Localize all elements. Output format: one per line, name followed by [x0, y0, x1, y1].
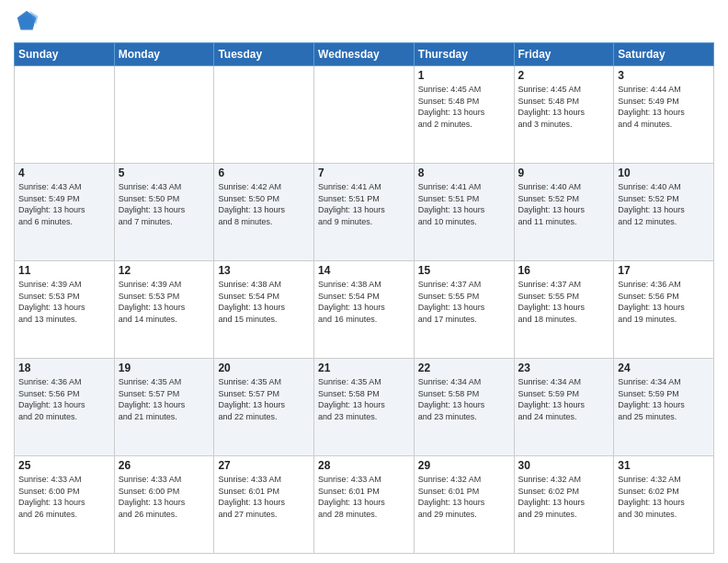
- calendar-cell: 24Sunrise: 4:34 AM Sunset: 5:59 PM Dayli…: [614, 359, 714, 456]
- calendar-cell: 15Sunrise: 4:37 AM Sunset: 5:55 PM Dayli…: [414, 261, 514, 359]
- day-number: 19: [119, 362, 210, 374]
- day-info: Sunrise: 4:32 AM Sunset: 6:02 PM Dayligh…: [618, 474, 710, 520]
- day-info: Sunrise: 4:39 AM Sunset: 5:53 PM Dayligh…: [119, 279, 210, 325]
- calendar-cell: 18Sunrise: 4:36 AM Sunset: 5:56 PM Dayli…: [15, 359, 115, 456]
- day-info: Sunrise: 4:35 AM Sunset: 5:57 PM Dayligh…: [119, 376, 210, 422]
- calendar-cell: 22Sunrise: 4:34 AM Sunset: 5:58 PM Dayli…: [414, 359, 514, 456]
- day-info: Sunrise: 4:33 AM Sunset: 6:00 PM Dayligh…: [119, 474, 210, 520]
- day-info: Sunrise: 4:34 AM Sunset: 5:58 PM Dayligh…: [418, 376, 510, 422]
- calendar-cell: 29Sunrise: 4:32 AM Sunset: 6:01 PM Dayli…: [414, 456, 514, 554]
- day-info: Sunrise: 4:38 AM Sunset: 5:54 PM Dayligh…: [218, 279, 310, 325]
- day-number: 16: [518, 264, 610, 277]
- day-info: Sunrise: 4:33 AM Sunset: 6:01 PM Dayligh…: [318, 474, 410, 520]
- calendar-cell: 13Sunrise: 4:38 AM Sunset: 5:54 PM Dayli…: [214, 261, 314, 359]
- calendar-cell: 2Sunrise: 4:45 AM Sunset: 5:48 PM Daylig…: [514, 66, 614, 164]
- day-number: 26: [119, 459, 210, 472]
- header-day-wednesday: Wednesday: [314, 43, 415, 66]
- header-day-saturday: Saturday: [614, 43, 714, 66]
- calendar-cell: 6Sunrise: 4:42 AM Sunset: 5:50 PM Daylig…: [214, 164, 314, 261]
- calendar-cell: 28Sunrise: 4:33 AM Sunset: 6:01 PM Dayli…: [314, 456, 415, 554]
- header-day-friday: Friday: [514, 43, 614, 66]
- calendar-cell: 16Sunrise: 4:37 AM Sunset: 5:55 PM Dayli…: [514, 261, 614, 359]
- logo-icon: [14, 9, 40, 35]
- day-number: 27: [218, 459, 310, 472]
- calendar-cell: 31Sunrise: 4:32 AM Sunset: 6:02 PM Dayli…: [614, 456, 714, 554]
- calendar-cell: 21Sunrise: 4:35 AM Sunset: 5:58 PM Dayli…: [314, 359, 415, 456]
- calendar-cell: [314, 66, 415, 164]
- page: SundayMondayTuesdayWednesdayThursdayFrid…: [0, 0, 728, 563]
- day-number: 4: [18, 167, 110, 179]
- header-row: SundayMondayTuesdayWednesdayThursdayFrid…: [15, 43, 714, 66]
- calendar-cell: 25Sunrise: 4:33 AM Sunset: 6:00 PM Dayli…: [15, 456, 115, 554]
- day-info: Sunrise: 4:45 AM Sunset: 5:48 PM Dayligh…: [418, 84, 510, 130]
- calendar-cell: 9Sunrise: 4:40 AM Sunset: 5:52 PM Daylig…: [514, 164, 614, 261]
- day-info: Sunrise: 4:44 AM Sunset: 5:49 PM Dayligh…: [618, 84, 710, 130]
- logo: [14, 9, 43, 35]
- day-info: Sunrise: 4:36 AM Sunset: 5:56 PM Dayligh…: [18, 376, 110, 422]
- day-number: 8: [418, 167, 510, 179]
- calendar-cell: 26Sunrise: 4:33 AM Sunset: 6:00 PM Dayli…: [114, 456, 214, 554]
- day-number: 10: [618, 167, 710, 179]
- day-number: 12: [119, 264, 210, 277]
- day-info: Sunrise: 4:42 AM Sunset: 5:50 PM Dayligh…: [218, 181, 310, 227]
- header-day-thursday: Thursday: [414, 43, 514, 66]
- calendar-cell: 4Sunrise: 4:43 AM Sunset: 5:49 PM Daylig…: [15, 164, 115, 261]
- day-number: 29: [418, 459, 510, 472]
- header-day-tuesday: Tuesday: [214, 43, 314, 66]
- calendar-cell: 5Sunrise: 4:43 AM Sunset: 5:50 PM Daylig…: [114, 164, 214, 261]
- calendar-cell: 12Sunrise: 4:39 AM Sunset: 5:53 PM Dayli…: [114, 261, 214, 359]
- day-number: 24: [618, 362, 710, 374]
- calendar-cell: [214, 66, 314, 164]
- week-row-1: 4Sunrise: 4:43 AM Sunset: 5:49 PM Daylig…: [15, 164, 714, 261]
- day-info: Sunrise: 4:32 AM Sunset: 6:02 PM Dayligh…: [518, 474, 610, 520]
- day-number: 25: [18, 459, 110, 472]
- day-info: Sunrise: 4:33 AM Sunset: 6:00 PM Dayligh…: [18, 474, 110, 520]
- calendar-cell: 17Sunrise: 4:36 AM Sunset: 5:56 PM Dayli…: [614, 261, 714, 359]
- calendar-cell: 14Sunrise: 4:38 AM Sunset: 5:54 PM Dayli…: [314, 261, 415, 359]
- calendar-cell: 27Sunrise: 4:33 AM Sunset: 6:01 PM Dayli…: [214, 456, 314, 554]
- day-info: Sunrise: 4:40 AM Sunset: 5:52 PM Dayligh…: [618, 181, 710, 227]
- day-number: 1: [418, 69, 510, 82]
- calendar-cell: 1Sunrise: 4:45 AM Sunset: 5:48 PM Daylig…: [414, 66, 514, 164]
- header-day-sunday: Sunday: [15, 43, 115, 66]
- day-info: Sunrise: 4:33 AM Sunset: 6:01 PM Dayligh…: [218, 474, 310, 520]
- day-info: Sunrise: 4:41 AM Sunset: 5:51 PM Dayligh…: [418, 181, 510, 227]
- calendar-cell: 7Sunrise: 4:41 AM Sunset: 5:51 PM Daylig…: [314, 164, 415, 261]
- week-row-3: 18Sunrise: 4:36 AM Sunset: 5:56 PM Dayli…: [15, 359, 714, 456]
- day-number: 28: [318, 459, 410, 472]
- day-info: Sunrise: 4:43 AM Sunset: 5:49 PM Dayligh…: [18, 181, 110, 227]
- calendar-table: SundayMondayTuesdayWednesdayThursdayFrid…: [14, 42, 714, 554]
- calendar-header: SundayMondayTuesdayWednesdayThursdayFrid…: [15, 43, 714, 66]
- day-info: Sunrise: 4:34 AM Sunset: 5:59 PM Dayligh…: [518, 376, 610, 422]
- header-day-monday: Monday: [114, 43, 214, 66]
- day-number: 3: [618, 69, 710, 82]
- calendar-cell: 8Sunrise: 4:41 AM Sunset: 5:51 PM Daylig…: [414, 164, 514, 261]
- calendar-cell: [114, 66, 214, 164]
- day-number: 6: [218, 167, 310, 179]
- day-number: 15: [418, 264, 510, 277]
- day-info: Sunrise: 4:35 AM Sunset: 5:58 PM Dayligh…: [318, 376, 410, 422]
- day-number: 18: [18, 362, 110, 374]
- day-info: Sunrise: 4:45 AM Sunset: 5:48 PM Dayligh…: [518, 84, 610, 130]
- day-info: Sunrise: 4:39 AM Sunset: 5:53 PM Dayligh…: [18, 279, 110, 325]
- day-number: 17: [618, 264, 710, 277]
- day-number: 9: [518, 167, 610, 179]
- day-info: Sunrise: 4:41 AM Sunset: 5:51 PM Dayligh…: [318, 181, 410, 227]
- calendar-cell: 19Sunrise: 4:35 AM Sunset: 5:57 PM Dayli…: [114, 359, 214, 456]
- calendar-body: 1Sunrise: 4:45 AM Sunset: 5:48 PM Daylig…: [15, 66, 714, 554]
- day-number: 22: [418, 362, 510, 374]
- week-row-4: 25Sunrise: 4:33 AM Sunset: 6:00 PM Dayli…: [15, 456, 714, 554]
- calendar-cell: 3Sunrise: 4:44 AM Sunset: 5:49 PM Daylig…: [614, 66, 714, 164]
- day-info: Sunrise: 4:37 AM Sunset: 5:55 PM Dayligh…: [518, 279, 610, 325]
- day-info: Sunrise: 4:38 AM Sunset: 5:54 PM Dayligh…: [318, 279, 410, 325]
- day-info: Sunrise: 4:34 AM Sunset: 5:59 PM Dayligh…: [618, 376, 710, 422]
- calendar-cell: 30Sunrise: 4:32 AM Sunset: 6:02 PM Dayli…: [514, 456, 614, 554]
- day-number: 5: [119, 167, 210, 179]
- calendar-cell: 20Sunrise: 4:35 AM Sunset: 5:57 PM Dayli…: [214, 359, 314, 456]
- header: [14, 9, 714, 35]
- day-number: 11: [18, 264, 110, 277]
- calendar-cell: 11Sunrise: 4:39 AM Sunset: 5:53 PM Dayli…: [15, 261, 115, 359]
- day-number: 13: [218, 264, 310, 277]
- day-info: Sunrise: 4:36 AM Sunset: 5:56 PM Dayligh…: [618, 279, 710, 325]
- week-row-0: 1Sunrise: 4:45 AM Sunset: 5:48 PM Daylig…: [15, 66, 714, 164]
